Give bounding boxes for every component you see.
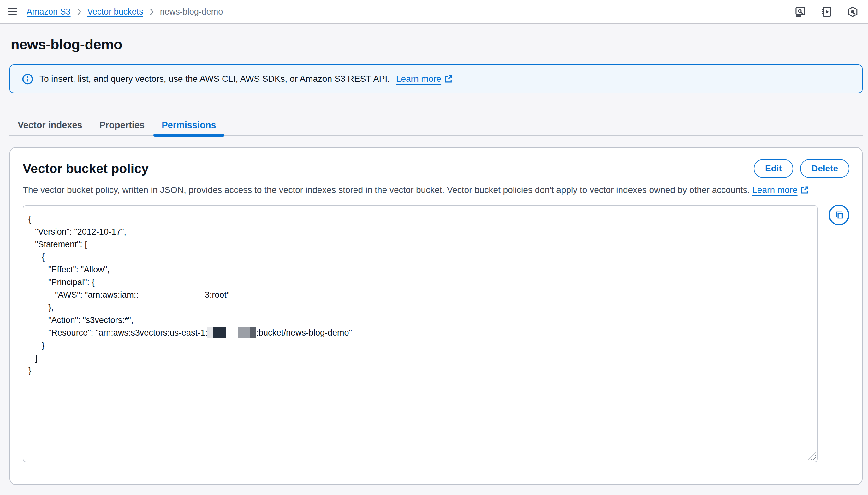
policy-code-line: } [29,339,812,352]
policy-editor-row: {"Version": "2012-10-17","Statement": [{… [23,205,849,462]
copy-policy-button[interactable] [829,205,849,225]
resize-handle[interactable] [808,453,816,460]
card-description: The vector bucket policy, written in JSO… [23,184,849,196]
redacted-account-id-block [238,327,250,338]
policy-code-line: "Resource": "arn:aws:s3vectors:us-east-1… [29,326,812,339]
policy-code-line: "Version": "2012-10-17", [29,225,812,238]
vector-bucket-policy-card: Vector bucket policy Edit Delete The vec… [10,147,863,485]
breadcrumb-item: news-blog-demo [160,7,223,17]
policy-code-line: "AWS": "arn:aws:iam::3:root" [29,289,812,301]
card-title: Vector bucket policy [23,160,149,177]
tutorials-notebook-icon[interactable] [821,6,832,18]
banner-learn-more-link[interactable]: Learn more [396,74,453,84]
policy-code-line: "Effect": "Allow", [29,263,812,276]
redacted-account-id-block [213,327,226,338]
policy-code-line: { [29,251,812,263]
tab-vector-indexes[interactable]: Vector indexes [10,115,91,135]
external-link-icon [800,186,809,194]
card-header: Vector bucket policy Edit Delete [23,159,849,178]
top-navigation-bar: Amazon S3Vector bucketsnews-blog-demo [0,0,868,24]
redacted-account-id-block [226,327,238,338]
policy-code-line: { [29,213,812,225]
card-actions: Edit Delete [754,159,849,178]
redacted-account-id-block [250,327,256,338]
page-title: news-blog-demo [11,37,863,52]
card-description-text: The vector bucket policy, written in JSO… [23,185,752,195]
policy-code-line: }, [29,301,812,314]
policy-json-textarea[interactable]: {"Version": "2012-10-17","Statement": [{… [23,205,818,462]
info-icon [22,73,33,85]
redacted-account-id-block [207,327,213,338]
edit-button[interactable]: Edit [754,159,793,178]
breadcrumb-separator-icon [149,8,154,16]
amazon-q-icon[interactable] [847,6,858,18]
topbar-icons [795,6,860,18]
breadcrumb-separator-icon [76,8,82,16]
banner-text: To insert, list, and query vectors, use … [39,74,392,84]
breadcrumb-item[interactable]: Vector buckets [87,7,143,17]
policy-code-line: "Principal": { [29,276,812,289]
policy-code-line: ] [29,352,812,364]
breadcrumb-item[interactable]: Amazon S3 [27,7,71,17]
policy-code-line: "Action": "s3vectors:*", [29,314,812,326]
delete-button[interactable]: Delete [800,159,849,178]
policy-code-line: } [29,364,812,377]
policy-code-line: "Statement": [ [29,238,812,251]
info-banner: To insert, list, and query vectors, use … [10,64,863,93]
cloudshell-tools-icon[interactable] [795,6,806,18]
hamburger-menu-icon[interactable] [8,7,18,16]
tab-list: Vector indexesPropertiesPermissions [10,115,863,136]
tab-permissions[interactable]: Permissions [153,115,224,135]
breadcrumb: Amazon S3Vector bucketsnews-blog-demo [27,7,223,17]
external-link-icon [444,75,453,83]
tab-properties[interactable]: Properties [91,115,153,135]
page-content: news-blog-demo To insert, list, and quer… [0,37,868,485]
policy-learn-more-link[interactable]: Learn more [752,184,808,196]
